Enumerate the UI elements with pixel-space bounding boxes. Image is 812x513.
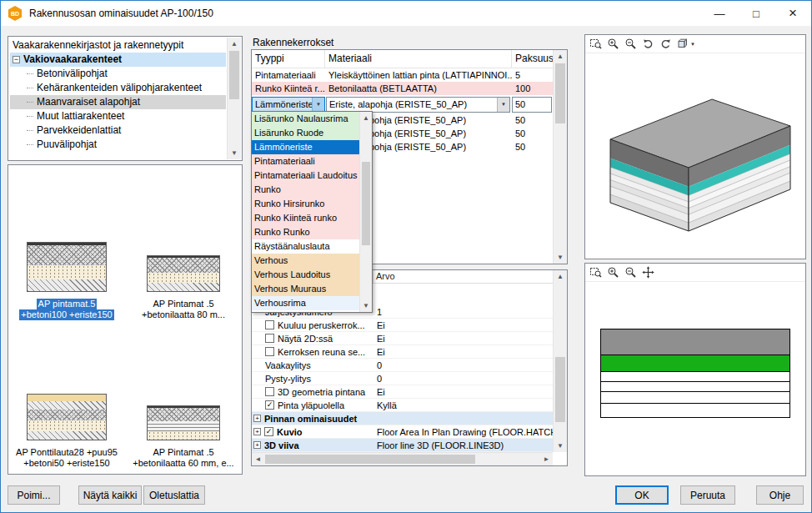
- slab-2d-section[interactable]: [600, 329, 790, 418]
- thumbnail-item-2[interactable]: AP Pintamat .5 +betonilaatta 80 m...: [125, 177, 242, 325]
- chevron-down-icon[interactable]: ▼: [497, 98, 509, 112]
- zoom-window-icon[interactable]: [588, 36, 604, 52]
- scroll-up-icon[interactable]: ▲: [360, 112, 372, 124]
- scroll-up-icon[interactable]: ▲: [554, 270, 567, 283]
- expand-icon[interactable]: +: [253, 441, 261, 449]
- rotate-cw-icon[interactable]: [658, 36, 674, 52]
- dropdown-option[interactable]: Räystäänaluslauta: [252, 239, 359, 254]
- layer-type-combobox[interactable]: Lämmöneriste ▼: [252, 97, 325, 113]
- property-row-kuuluu-peruskerrokseen[interactable]: Kuuluu peruskerrok... Ei: [252, 319, 553, 332]
- thumbnail-item-4[interactable]: AP Pintamat .5 +betonilaatta 60 mm, e...: [125, 325, 242, 474]
- scroll-right-icon[interactable]: ►: [540, 453, 553, 465]
- property-row-pinta-ylapuolella[interactable]: ✓Pinta yläpuolella Kyllä: [252, 399, 553, 412]
- minimize-button[interactable]: —: [701, 1, 738, 26]
- checkbox-checked[interactable]: ✓: [264, 427, 273, 436]
- scroll-up-icon[interactable]: ▲: [228, 38, 241, 50]
- scroll-thumb[interactable]: [362, 162, 370, 245]
- help-button[interactable]: Ohje: [756, 485, 804, 505]
- scroll-down-icon[interactable]: ▼: [360, 299, 372, 312]
- library-item-parvekkeidenlattiat[interactable]: Parvekkeidenlattiat: [10, 123, 226, 138]
- zoom-in-icon[interactable]: [605, 36, 621, 52]
- chevron-down-icon[interactable]: ▼: [312, 98, 324, 112]
- view-options-dropdown-icon[interactable]: ▼: [675, 36, 697, 52]
- library-item-vakiovaakarakenteet[interactable]: − Vakiovaakarakenteet: [10, 53, 226, 67]
- thumbnail-item-1[interactable]: AP pintamat.5 +betoni100 +eriste150: [8, 177, 125, 325]
- zoom-window-icon[interactable]: [588, 264, 604, 280]
- checkbox-unchecked[interactable]: [265, 334, 274, 343]
- scroll-up-icon[interactable]: ▲: [554, 50, 567, 63]
- close-button[interactable]: ×: [774, 1, 811, 26]
- scroll-down-icon[interactable]: ▼: [554, 251, 567, 264]
- properties-vertical-scrollbar[interactable]: ▲ ▼: [553, 270, 567, 452]
- layers-scrollbar[interactable]: ▲ ▼: [553, 50, 567, 264]
- dropdown-option[interactable]: Verhous Muuraus: [252, 282, 359, 296]
- rotate-ccw-icon[interactable]: [640, 36, 656, 52]
- checkbox-unchecked[interactable]: [265, 347, 274, 356]
- property-row-nayta-2d[interactable]: Näytä 2D:ssä Ei: [252, 332, 553, 345]
- property-row-3d-geometria[interactable]: 3D geometria pintana Ei: [252, 385, 553, 399]
- dropdown-option[interactable]: Verhous: [252, 254, 359, 268]
- zoom-out-icon[interactable]: [623, 264, 639, 280]
- viewport-3d-canvas[interactable]: [585, 53, 805, 259]
- dropdown-option[interactable]: Lisärunko Ruode: [252, 126, 359, 140]
- layer-row-2[interactable]: Runko Kiinteä r... Betonilaatta (BETLAAT…: [252, 82, 567, 95]
- thumbnail-item-3[interactable]: AP Ponttilauta28 +puu95 +betoni50 +erist…: [8, 325, 125, 474]
- layer-material-combobox[interactable]: Eriste, alapohja (ERISTE_50_AP) ▼: [326, 97, 510, 113]
- property-row-vaakaylitys[interactable]: Vaakaylitys 0: [252, 359, 553, 372]
- collapse-icon[interactable]: −: [13, 56, 20, 63]
- pan-icon[interactable]: [640, 264, 656, 280]
- property-group-3d-viiva[interactable]: +3D viiva Floor line 3D (FLOOR.LINE3D): [252, 439, 553, 452]
- dropdown-option[interactable]: Lisärunko Naulausrima: [252, 112, 359, 126]
- library-item-keharankenteiden[interactable]: Kehärankenteiden välipohjarakenteet: [10, 81, 226, 95]
- property-group-pinnan-ominaisuudet[interactable]: +Pinnan ominaisuudet: [252, 412, 553, 425]
- scroll-thumb[interactable]: [265, 455, 475, 464]
- scroll-down-icon[interactable]: ▼: [228, 147, 241, 159]
- ok-button[interactable]: OK: [615, 485, 669, 505]
- column-header-thickness[interactable]: Paksuus: [512, 50, 554, 68]
- checkbox-checked[interactable]: ✓: [265, 400, 274, 410]
- default-floor-button[interactable]: Oletuslattia: [143, 485, 205, 505]
- expand-icon[interactable]: +: [253, 415, 261, 422]
- scroll-down-icon[interactable]: ▼: [554, 440, 567, 452]
- dropdown-option[interactable]: Pintamateriaali Laudoitus: [252, 168, 359, 183]
- dropdown-option[interactable]: Verhousrima: [252, 296, 359, 310]
- layer-thickness-input[interactable]: 50: [512, 97, 552, 113]
- thumbnail-caption: +betoni100 +eriste150: [19, 309, 113, 320]
- cancel-button[interactable]: Peruuta: [680, 485, 735, 505]
- expand-icon[interactable]: +: [253, 428, 261, 435]
- dropdown-option[interactable]: Runko Hirsirunko: [252, 197, 359, 211]
- show-all-button[interactable]: Näytä kaikki: [78, 485, 142, 505]
- dropdown-option[interactable]: Runko Runko: [252, 225, 359, 239]
- library-root-item[interactable]: Vaakarakennekirjastot ja rakennetyypit: [10, 38, 226, 53]
- checkbox-unchecked[interactable]: [265, 320, 274, 329]
- column-header-material[interactable]: Materiaali: [325, 50, 512, 68]
- library-item-puuvalipohjat[interactable]: Puuvälipohjat: [10, 138, 226, 152]
- library-item-label: Puuvälipohjat: [37, 138, 97, 152]
- pick-button[interactable]: Poimi...: [8, 485, 60, 505]
- dropdown-option-selected[interactable]: Lämmöneriste: [252, 140, 359, 154]
- library-item-betonivalipohjat[interactable]: Betonivälipohjat: [10, 67, 226, 81]
- dropdown-option[interactable]: Runko: [252, 183, 359, 197]
- property-row-pysty-ylitys[interactable]: Pysty-ylitys 0: [252, 372, 553, 385]
- properties-horizontal-scrollbar[interactable]: ◄ ►: [252, 452, 553, 465]
- title-bar[interactable]: BD Rakennusosan ominaisuudet AP-100/150: [1, 1, 811, 26]
- property-row-kerroksen-reuna[interactable]: Kerroksen reuna se... Ei: [252, 345, 553, 359]
- library-scrollbar[interactable]: ▲ ▼: [227, 38, 241, 159]
- library-item-maanvaraiset-alapohjat[interactable]: Maanvaraiset alapohjat: [10, 95, 226, 109]
- library-item-muut-lattiarakenteet[interactable]: Muut lattiarakenteet: [10, 109, 226, 123]
- dropdown-option[interactable]: Runko Kiinteä runko: [252, 211, 359, 225]
- zoom-in-icon[interactable]: [605, 264, 621, 280]
- maximize-button[interactable]: □: [738, 1, 774, 26]
- scroll-thumb[interactable]: [555, 63, 565, 123]
- dropdown-option[interactable]: Verhous Laudoitus: [252, 268, 359, 282]
- column-header-type[interactable]: Tyyppi: [252, 50, 325, 68]
- scroll-left-icon[interactable]: ◄: [252, 453, 264, 465]
- scroll-thumb[interactable]: [555, 357, 565, 422]
- dropdown-option[interactable]: Pintamateriaali: [252, 154, 359, 168]
- scroll-thumb[interactable]: [229, 51, 239, 99]
- zoom-out-icon[interactable]: [623, 36, 639, 52]
- checkbox-unchecked[interactable]: [265, 387, 274, 396]
- dropdown-scrollbar[interactable]: ▲ ▼: [359, 112, 372, 312]
- layer-row-1[interactable]: Pintamateriaali Yleiskäyttöinen lattian …: [252, 68, 567, 82]
- property-group-kuvio[interactable]: +✓Kuvio Floor Area In Plan Drawing (FLOO…: [252, 425, 553, 439]
